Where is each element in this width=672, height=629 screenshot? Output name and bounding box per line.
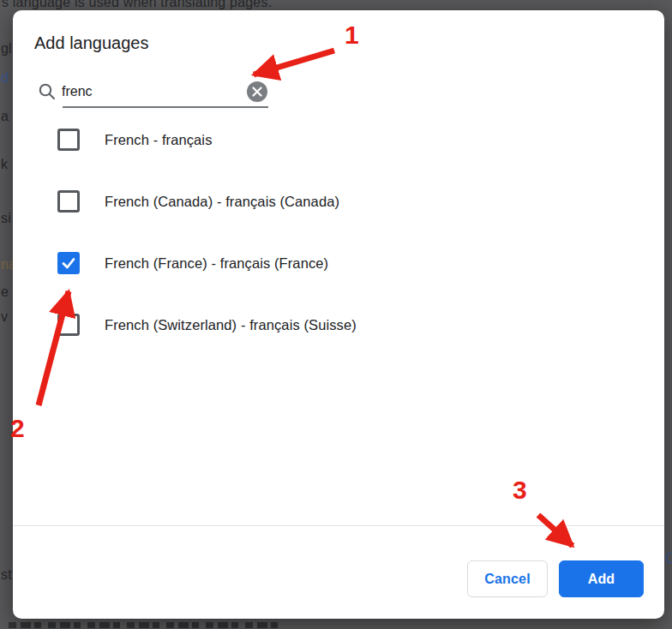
background-page-text: s language is used when translating page… <box>2 0 272 10</box>
list-item-french[interactable]: French - français <box>13 109 664 171</box>
list-item-label: French (Switzerland) - français (Suisse) <box>105 317 357 333</box>
background-link-fragment: d <box>1 70 9 86</box>
list-item-label: French (France) - français (France) <box>105 255 328 272</box>
background-text-fragment: st <box>1 567 12 583</box>
add-languages-dialog: Add languages French - français <box>13 10 664 619</box>
background-text-fragment: e <box>1 285 9 300</box>
background-text-fragment: a <box>1 109 9 124</box>
checkbox-french[interactable] <box>57 129 80 151</box>
list-item-label: French - français <box>105 132 213 148</box>
cancel-button[interactable]: Cancel <box>467 560 548 597</box>
checkbox-french-canada[interactable] <box>57 190 80 213</box>
checkbox-french-switzerland[interactable] <box>57 314 80 336</box>
screenshot-stage: s language is used when translating page… <box>0 0 672 629</box>
search-input[interactable] <box>62 81 233 103</box>
language-list: French - français French (Canada) - fran… <box>13 109 664 356</box>
search-icon <box>38 82 57 101</box>
background-text-fragment: gl <box>1 41 12 57</box>
list-item-french-canada[interactable]: French (Canada) - français (Canada) <box>13 171 664 232</box>
list-item-french-france[interactable]: French (France) - français (France) <box>13 232 664 294</box>
background-text-fragment: si <box>1 211 11 226</box>
list-item-label: French (Canada) - français (Canada) <box>105 194 339 210</box>
footer-divider <box>13 525 664 526</box>
list-item-french-switzerland[interactable]: French (Switzerland) - français (Suisse) <box>13 294 664 356</box>
background-text-fragment: k <box>1 157 8 172</box>
search-underline <box>63 106 268 108</box>
add-button[interactable]: Add <box>559 560 644 597</box>
checkbox-french-france[interactable] <box>57 252 80 274</box>
background-text-fragment: v <box>1 309 8 325</box>
dialog-title: Add languages <box>34 33 148 53</box>
background-blurred-text-bar <box>9 622 285 628</box>
background-link-fragment: C <box>665 551 672 566</box>
clear-search-icon[interactable] <box>247 81 267 102</box>
